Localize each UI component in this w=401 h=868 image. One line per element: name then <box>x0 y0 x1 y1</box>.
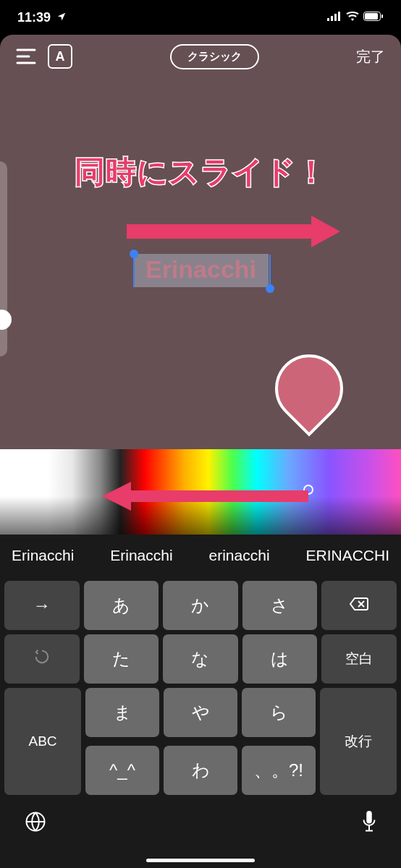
backspace-icon <box>349 595 369 616</box>
key-kaomoji[interactable]: ^_^ <box>85 746 159 795</box>
color-marker-droplet[interactable] <box>275 354 343 437</box>
key-ka[interactable]: か <box>163 581 238 630</box>
annotation-arrow-left <box>102 482 308 511</box>
key-punct[interactable]: 、。?! <box>242 746 316 795</box>
svg-rect-0 <box>327 18 329 21</box>
keyboard: Erinacchi Erinacchi erinacchi ERINACCHI … <box>0 535 401 868</box>
toolbar: A クラシック 完了 <box>0 35 401 78</box>
annotation-headline: 同時にスライド！ <box>0 152 401 192</box>
home-indicator[interactable] <box>146 859 255 862</box>
key-undo[interactable] <box>4 634 80 684</box>
key-return[interactable]: 改行 <box>320 688 397 795</box>
suggestion-item[interactable]: Erinacchi <box>12 547 74 564</box>
status-bar: 11:39 <box>0 0 401 35</box>
key-a[interactable]: あ <box>84 581 159 630</box>
location-icon <box>56 10 67 25</box>
keyboard-grid: → あ か さ た な は 空白 ABC <box>0 576 401 799</box>
suggestion-bar: Erinacchi Erinacchi erinacchi ERINACCHI <box>0 535 401 576</box>
keyboard-bottom-bar <box>0 799 401 850</box>
suggestion-item[interactable]: erinacchi <box>209 547 270 564</box>
done-label: 完了 <box>356 48 385 64</box>
key-mode-abc[interactable]: ABC <box>4 688 81 795</box>
wifi-icon <box>346 11 359 24</box>
key-backspace[interactable] <box>321 581 397 630</box>
selection-handle-end[interactable] <box>266 284 274 293</box>
svg-rect-14 <box>366 811 372 824</box>
droplet-icon <box>261 341 358 437</box>
svg-rect-5 <box>365 13 378 20</box>
status-right <box>327 11 384 24</box>
editor-canvas[interactable]: A クラシック 完了 同時にスライド！ Erinacchi <box>0 35 401 449</box>
battery-icon <box>363 11 384 24</box>
text-style-pill[interactable]: クラシック <box>170 44 259 69</box>
selection-handle-start[interactable] <box>130 250 138 258</box>
size-slider-thumb[interactable] <box>0 310 12 330</box>
suggestion-item[interactable]: ERINACCHI <box>305 547 389 564</box>
cellular-icon <box>327 11 342 24</box>
selection-handle-line-right <box>269 255 271 286</box>
key-ra[interactable]: ら <box>242 688 316 737</box>
font-style-button[interactable]: A <box>48 44 72 69</box>
key-ha[interactable]: は <box>242 634 318 684</box>
undo-icon <box>34 649 50 669</box>
svg-rect-3 <box>338 12 340 21</box>
annotation-arrow-right <box>127 216 340 247</box>
key-sa[interactable]: さ <box>242 581 318 630</box>
key-na[interactable]: な <box>163 634 238 684</box>
svg-rect-2 <box>334 14 337 21</box>
key-ta[interactable]: た <box>84 634 159 684</box>
key-next-candidate[interactable]: → <box>4 581 80 630</box>
key-ya[interactable]: や <box>164 688 237 737</box>
status-left: 11:39 <box>17 10 67 25</box>
key-wa[interactable]: わ <box>164 746 237 795</box>
text-style-label: クラシック <box>187 50 242 62</box>
suggestion-item[interactable]: Erinacchi <box>110 547 172 564</box>
font-style-letter: A <box>56 49 65 64</box>
done-button[interactable]: 完了 <box>356 47 385 67</box>
dictation-button[interactable] <box>362 811 376 835</box>
svg-rect-1 <box>331 16 333 21</box>
svg-rect-6 <box>381 14 383 18</box>
key-ma[interactable]: ま <box>85 688 159 737</box>
alignment-button[interactable] <box>16 48 36 64</box>
key-space[interactable]: 空白 <box>321 634 397 684</box>
globe-button[interactable] <box>25 811 46 835</box>
editable-text[interactable]: Erinacchi <box>133 255 269 284</box>
status-time: 11:39 <box>17 10 51 25</box>
